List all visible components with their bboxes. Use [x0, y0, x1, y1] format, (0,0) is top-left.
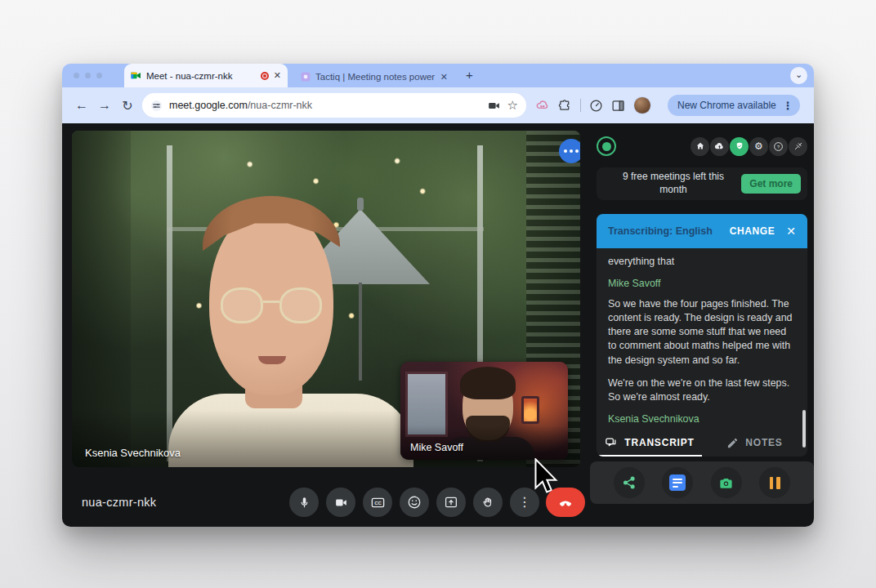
window-zoom-button[interactable]	[96, 73, 102, 78]
mic-icon	[297, 496, 311, 510]
camera-allowed-icon[interactable]	[487, 99, 501, 113]
active-tab-underline	[597, 455, 702, 457]
umbrella-finial	[357, 198, 364, 211]
tab-meet[interactable]: Meet - nua-czmr-nkk ✕	[124, 64, 288, 87]
tab-tactiq[interactable]: Tactiq | Meeting notes power ✕	[294, 66, 454, 87]
url-text: meet.google.com/nua-czmr-nkk	[169, 100, 480, 111]
window-minimize-button[interactable]	[85, 73, 91, 78]
pause-icon	[770, 477, 780, 489]
camera-button[interactable]	[326, 488, 355, 517]
meet-control-bar: nua-czmr-nkk CC	[62, 476, 590, 527]
tab-notes-label: NOTES	[745, 437, 782, 448]
main-participant-name: Ksenia Svechnikova	[85, 447, 181, 459]
browser-menu-icon[interactable]: ⋮	[783, 100, 793, 112]
tab-search-button[interactable]: ⌄	[790, 67, 807, 84]
tactiq-sidebar: ⚙ ?	[590, 135, 814, 504]
end-call-icon	[557, 494, 574, 510]
meeting-code: nua-czmr-nkk	[82, 496, 156, 509]
panel-tabs: TRANSCRIPT NOTES	[597, 429, 807, 457]
side-panel-icon[interactable]	[611, 99, 625, 113]
home-icon	[695, 141, 705, 151]
forward-button[interactable]: →	[93, 98, 116, 113]
captions-button[interactable]: CC	[363, 488, 392, 517]
get-more-button[interactable]: Get more	[741, 174, 801, 194]
raise-hand-button[interactable]	[473, 488, 503, 517]
transcript-panel: Transcribing: English CHANGE ✕ everythin…	[597, 214, 807, 457]
transcript-speaker: Mike Savoff	[608, 278, 796, 289]
help-button[interactable]: ?	[769, 137, 788, 156]
tactiq-header: ⚙ ?	[597, 135, 807, 158]
pip-participant-hair	[460, 367, 516, 399]
hand-icon	[481, 496, 495, 510]
transcript-speaker: Ksenia Svechnikova	[608, 413, 796, 425]
pin-panel-button[interactable]	[789, 137, 807, 156]
present-button[interactable]	[436, 488, 466, 517]
cloud-upload-icon	[714, 141, 725, 152]
tab-tactiq-close-icon[interactable]: ✕	[440, 73, 448, 82]
extensions-puzzle-icon[interactable]	[558, 99, 572, 113]
privacy-shield-button[interactable]	[730, 137, 749, 156]
pencil-icon	[726, 437, 739, 449]
google-docs-icon	[669, 474, 686, 491]
new-tab-button[interactable]: +	[466, 68, 473, 82]
toolbar-divider	[580, 99, 581, 112]
transcribing-bar: Transcribing: English CHANGE ✕	[597, 214, 807, 248]
present-screen-icon	[444, 495, 458, 510]
recording-indicator-icon	[261, 72, 269, 80]
more-options-icon: ⋮	[518, 496, 531, 509]
share-icon	[622, 475, 637, 490]
transcript-line: everything that	[608, 255, 796, 269]
tab-meet-close-icon[interactable]: ✕	[274, 71, 281, 80]
window-close-button[interactable]	[74, 73, 79, 78]
end-call-button[interactable]	[546, 488, 585, 517]
transcript-scrollbar[interactable]	[802, 410, 806, 448]
transcript-scroll-area[interactable]: everything that Mike Savoff So we have t…	[597, 248, 807, 429]
pip-video-tile[interactable]: Mike Savoff	[400, 362, 568, 460]
reload-button[interactable]: ↻	[116, 98, 139, 114]
back-button[interactable]: ←	[70, 98, 93, 113]
save-to-docs-button[interactable]	[662, 467, 693, 498]
tab-transcript[interactable]: TRANSCRIPT	[597, 436, 702, 450]
tab-strip: Meet - nua-czmr-nkk ✕ Tactiq | Meeting n…	[62, 64, 814, 87]
tab-transcript-label: TRANSCRIPT	[624, 437, 694, 448]
extension-pink-icon[interactable]	[536, 99, 550, 113]
captions-icon: CC	[370, 495, 386, 510]
svg-text:?: ?	[777, 144, 780, 149]
chat-bubbles-icon	[604, 436, 618, 450]
transcribing-close-icon[interactable]: ✕	[786, 225, 796, 238]
videocam-icon	[334, 496, 348, 510]
home-button[interactable]	[691, 137, 709, 156]
upload-button[interactable]	[710, 137, 729, 156]
participant-glasses	[221, 287, 322, 325]
shield-check-icon	[735, 141, 744, 151]
tab-notes[interactable]: NOTES	[702, 437, 807, 449]
free-meetings-text: 9 free meetings left this month	[608, 171, 739, 196]
settings-button[interactable]: ⚙	[749, 137, 768, 156]
help-icon: ?	[773, 141, 784, 152]
tab-tactiq-title: Tactiq | Meeting notes power	[315, 72, 436, 82]
more-options-button[interactable]: ⋮	[510, 488, 539, 517]
profile-avatar[interactable]	[633, 96, 651, 114]
meet-page: Ksenia Svechnikova Mike Savoff	[62, 123, 814, 527]
gear-icon: ⚙	[754, 141, 763, 151]
share-button[interactable]	[614, 467, 645, 498]
address-bar[interactable]: meet.google.com/nua-czmr-nkk ☆	[142, 93, 526, 118]
meet-favicon-icon	[131, 70, 141, 81]
tactiq-action-bar	[590, 461, 814, 504]
transcript-line: So we have the four pages finished. The …	[608, 297, 796, 368]
screenshot-button[interactable]	[711, 467, 742, 498]
chat-typing-indicator-icon[interactable]	[559, 139, 580, 163]
site-settings-icon[interactable]	[150, 100, 163, 112]
change-language-button[interactable]: CHANGE	[730, 225, 775, 237]
desktop: Meet - nua-czmr-nkk ✕ Tactiq | Meeting n…	[0, 0, 876, 588]
tactiq-favicon-icon	[301, 72, 311, 82]
performance-icon[interactable]	[589, 99, 603, 113]
reactions-button[interactable]	[400, 488, 429, 517]
pause-transcript-button[interactable]	[759, 467, 790, 498]
mic-button[interactable]	[289, 488, 319, 517]
umbrella-pole	[359, 283, 362, 381]
bookmark-star-icon[interactable]: ☆	[507, 98, 518, 113]
browser-toolbar: ← → ↻ meet.google.com/nua-czmr-nkk ☆	[62, 87, 814, 123]
tab-meet-title: Meet - nua-czmr-nkk	[146, 71, 256, 81]
chrome-update-button[interactable]: New Chrome available ⋮	[668, 95, 800, 116]
